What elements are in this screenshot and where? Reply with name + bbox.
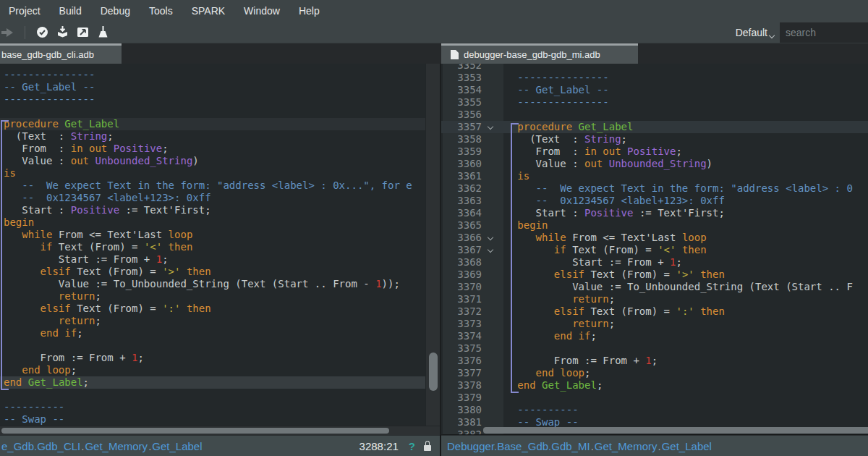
tab-label: debugger-base_gdb-gdb_mi.adb (464, 49, 600, 60)
code-line[interactable]: --------------- (0, 93, 425, 106)
code-line[interactable]: 3373 return; (441, 318, 868, 330)
search-input[interactable] (780, 22, 868, 43)
code-line[interactable]: procedure Get_Label (0, 118, 425, 130)
code-line[interactable]: 3352 (441, 64, 868, 72)
code-line[interactable]: 3369 elsif Text (From) = '>' then (441, 269, 868, 281)
breadcrumb-segment[interactable]: Get_Memory (85, 440, 148, 452)
menu-build[interactable]: Build (50, 5, 91, 17)
code-line[interactable]: 3370 Value := To_Unbounded_String (Text … (441, 281, 868, 293)
tab-gdb-cli-file[interactable]: base_gdb-gdb_cli.adb (0, 43, 122, 64)
code-line[interactable]: 3372 elsif Text (From) = ':' then (441, 305, 868, 318)
line-number: 3354 (441, 84, 486, 96)
build-mode-selector[interactable]: Default (736, 27, 767, 38)
chevron-down-icon[interactable] (769, 32, 775, 38)
breadcrumb[interactable]: Debugger.Base_Gdb.Gdb_MI.Get_Memory.Get_… (447, 440, 712, 452)
code-line[interactable]: return; (0, 315, 425, 327)
code-line[interactable]: while From <= Text'Last loop (0, 229, 425, 241)
code-line[interactable]: 3371 return; (441, 293, 868, 305)
breadcrumb[interactable]: e_Gdb.Gdb_CLI.Get_Memory.Get_Label (1, 440, 203, 452)
code-line[interactable]: Start := From + 1; (0, 253, 425, 266)
lock-icon[interactable] (424, 441, 431, 451)
line-number: 3363 (441, 195, 486, 207)
menu-window[interactable]: Window (234, 5, 289, 17)
clean-broom-icon[interactable] (93, 22, 113, 43)
editor-pane-left[interactable]: ----------------- Get_Label ------------… (0, 64, 425, 426)
code-line[interactable]: (Text : String; (0, 130, 425, 143)
fold-spacer (486, 367, 498, 379)
fold-chevron-icon[interactable] (486, 232, 498, 244)
fold-chevron-icon[interactable] (486, 244, 498, 256)
run-screen-icon[interactable] (72, 22, 93, 43)
code-line[interactable]: 3355 --------------- (441, 96, 868, 109)
breadcrumb-segment[interactable]: Debugger.Base_Gdb.Gdb_MI (447, 440, 590, 452)
code-line[interactable]: 3378 end Get_Label; (441, 379, 868, 392)
code-line[interactable]: elsif Text (From) = ':' then (0, 303, 425, 315)
code-line[interactable]: Value : out Unbounded_String) (0, 155, 425, 167)
horizontal-scrollbar-left[interactable] (0, 426, 440, 435)
check-badge-icon[interactable] (32, 22, 52, 43)
code-line[interactable] (0, 389, 425, 401)
code-line[interactable]: From := From + 1; (0, 352, 425, 364)
code-line[interactable]: 3357 procedure Get_Label (441, 121, 868, 133)
code-line[interactable]: -- 0x1234567 <label+123>: 0xff (0, 192, 425, 204)
editor-pane-right[interactable]: 33523353 ---------------3354 -- Get_Labe… (441, 64, 868, 434)
menu-debug[interactable]: Debug (91, 5, 140, 17)
scrollbar-thumb[interactable] (429, 352, 438, 391)
code-line[interactable]: 3368 Start := From + 1; (441, 256, 868, 269)
fold-chevron-icon[interactable] (486, 121, 498, 133)
code-line[interactable]: -- Swap -- (0, 413, 425, 426)
code-line[interactable]: 3354 -- Get_Label -- (441, 84, 868, 96)
code-line[interactable]: 3376 From := From + 1; (441, 355, 868, 367)
code-line[interactable]: 3379 (441, 392, 868, 404)
code-line[interactable]: 3364 Start : Positive := Text'First; (441, 207, 868, 219)
code-line[interactable]: 3367 if Text (From) = '<' then (441, 244, 868, 256)
code-line[interactable] (0, 339, 425, 352)
horizontal-scrollbar-right[interactable] (483, 427, 868, 434)
code-line[interactable]: 3375 (441, 342, 868, 355)
code-line[interactable]: if Text (From) = '<' then (0, 241, 425, 253)
code-line[interactable]: -- Get_Label -- (0, 81, 425, 93)
vertical-scrollbar-left[interactable] (425, 64, 440, 426)
code-line[interactable]: Start : Positive := Text'First; (0, 204, 425, 216)
code-line[interactable]: 3360 Value : out Unbounded_String) (441, 158, 868, 170)
code-line[interactable]: 3353 --------------- (441, 72, 868, 84)
breadcrumb-segment[interactable]: Get_Label (662, 440, 712, 452)
install-box-icon[interactable] (52, 22, 72, 43)
code-line[interactable]: return; (0, 290, 425, 303)
breadcrumb-segment[interactable]: Get_Label (152, 440, 202, 452)
menu-tools[interactable]: Tools (140, 5, 182, 17)
code-line[interactable]: 3359 From : in out Positive; (441, 145, 868, 158)
code-line[interactable] (0, 106, 425, 118)
breadcrumb-segment[interactable]: Get_Memory (595, 440, 658, 452)
menu-help[interactable]: Help (289, 5, 329, 17)
code-line[interactable]: 3366 while From <= Text'Last loop (441, 232, 868, 244)
menu-spark[interactable]: SPARK (182, 5, 234, 17)
code-line[interactable]: 3362 -- We expect Text in the form: "add… (441, 182, 868, 195)
code-line[interactable]: --------------- (0, 69, 425, 81)
menu-project[interactable]: Project (9, 5, 50, 17)
code-line[interactable]: From : in out Positive; (0, 143, 425, 155)
code-line[interactable]: begin (0, 216, 425, 229)
code-line[interactable]: 3374 end if; (441, 330, 868, 342)
code-line[interactable]: ---------- (0, 401, 425, 413)
code-line[interactable]: 3377 end loop; (441, 367, 868, 379)
code-line[interactable]: 3365 begin (441, 219, 868, 232)
code-line[interactable]: is (0, 167, 425, 180)
code-line[interactable]: end if; (0, 327, 425, 339)
code-line[interactable]: 3356 (441, 109, 868, 121)
code-line[interactable]: 3358 (Text : String; (441, 133, 868, 145)
code-line[interactable]: elsif Text (From) = '>' then (0, 266, 425, 278)
code-line[interactable]: 3380 ---------- (441, 404, 868, 416)
help-icon[interactable]: ? (409, 440, 415, 452)
code-line[interactable]: -- We expect Text in the form: "address … (0, 180, 425, 192)
code-line[interactable]: end loop; (0, 364, 425, 376)
code-line[interactable]: Value := To_Unbounded_String (Text (Star… (0, 278, 425, 290)
scrollbar-thumb[interactable] (1, 428, 389, 434)
fold-spacer (486, 72, 498, 84)
code-line[interactable]: 3363 -- 0x1234567 <label+123>: 0xff (441, 195, 868, 207)
run-arrow-icon[interactable] (0, 22, 18, 43)
tab-gdb-mi-file[interactable]: debugger-base_gdb-gdb_mi.adb (441, 43, 638, 64)
code-line[interactable]: 3361 is (441, 170, 868, 182)
breadcrumb-segment[interactable]: e_Gdb.Gdb_CLI (1, 440, 80, 452)
code-line[interactable]: end Get_Label; (0, 376, 425, 389)
